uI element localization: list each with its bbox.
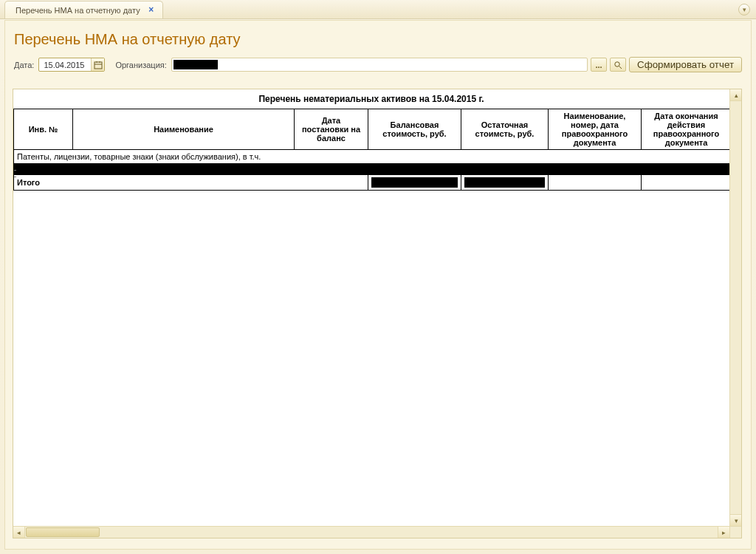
- col-date-on-balance: Дата постановки на баланс: [295, 109, 368, 150]
- category-row[interactable]: Патенты, лицензии, товарные знаки (знаки…: [14, 150, 730, 164]
- svg-point-4: [615, 61, 619, 66]
- org-search-button[interactable]: [610, 58, 626, 72]
- redacted-total-residual: [464, 177, 545, 188]
- scrollbar-horizontal[interactable]: ◂ ▸: [13, 526, 729, 538]
- generate-report-button[interactable]: Сформировать отчет: [629, 57, 742, 72]
- col-balance-cost: Балансовая стоимость, руб.: [368, 109, 461, 150]
- scroll-thumb[interactable]: [26, 527, 100, 537]
- category-cell: Патенты, лицензии, товарные знаки (знаки…: [14, 150, 730, 164]
- org-field[interactable]: [171, 58, 588, 72]
- tab-strip: Перечень НМА на отчетную дату × ▾: [0, 0, 756, 19]
- svg-line-5: [619, 66, 622, 68]
- org-picker-button[interactable]: ...: [591, 58, 607, 72]
- org-field-wrap: ...: [171, 58, 626, 72]
- total-row[interactable]: Итого: [14, 175, 730, 191]
- date-field[interactable]: [38, 58, 105, 72]
- page: Перечень НМА на отчетную дату Дата: Орга…: [4, 20, 752, 550]
- chevron-down-icon: ▾: [735, 517, 738, 524]
- col-inv: Инв. №: [14, 109, 73, 150]
- total-label: Итого: [14, 175, 368, 191]
- redacted-org: [173, 60, 218, 69]
- report-canvas[interactable]: Перечень нематериальных активов на 15.04…: [13, 89, 729, 526]
- data-row-redacted[interactable]: [14, 164, 730, 175]
- redacted-bar: [14, 164, 729, 174]
- scroll-left-button[interactable]: ◂: [13, 527, 25, 538]
- calendar-button[interactable]: [91, 58, 104, 71]
- chevron-up-icon: ▴: [735, 92, 738, 99]
- tab-report[interactable]: Перечень НМА на отчетную дату ×: [4, 1, 163, 18]
- tab-label: Перечень НМА на отчетную дату: [16, 6, 140, 15]
- row-cursor: [14, 170, 16, 177]
- col-doc-end: Дата окончания действия правоохранного д…: [642, 109, 730, 150]
- date-input[interactable]: [42, 58, 91, 71]
- org-input[interactable]: [172, 58, 587, 71]
- table-header-row: Инв. № Наименование Дата постановки на б…: [14, 109, 730, 150]
- calendar-icon: [94, 61, 103, 69]
- report-table: Инв. № Наименование Дата постановки на б…: [13, 109, 729, 191]
- ellipsis-icon: ...: [596, 61, 602, 69]
- search-icon: [614, 61, 622, 69]
- scrollbar-corner: [729, 526, 741, 538]
- org-label: Организация:: [115, 61, 166, 69]
- col-name: Наименование: [73, 109, 295, 150]
- close-icon[interactable]: ×: [146, 5, 157, 16]
- col-doc: Наименование, номер, дата правоохранного…: [549, 109, 642, 150]
- scroll-down-button[interactable]: ▾: [730, 514, 742, 526]
- date-label: Дата:: [14, 61, 34, 69]
- col-residual-cost: Остаточная стоимсть, руб.: [461, 109, 549, 150]
- scrollbar-vertical[interactable]: ▴ ▾: [729, 89, 741, 526]
- filter-bar: Дата: Организация: ...: [5, 57, 751, 78]
- page-title: Перечень НМА на отчетную дату: [5, 21, 751, 57]
- scroll-up-button[interactable]: ▴: [730, 89, 742, 101]
- redacted-total-balance: [371, 177, 458, 188]
- tabstrip-menu-button[interactable]: ▾: [738, 4, 750, 16]
- chevron-left-icon: ◂: [17, 529, 21, 536]
- chevron-down-icon: ▾: [743, 6, 746, 13]
- report-area: Перечень нематериальных активов на 15.04…: [13, 89, 742, 538]
- chevron-right-icon: ▸: [722, 529, 726, 536]
- svg-rect-0: [94, 62, 102, 69]
- report-title: Перечень нематериальных активов на 15.04…: [13, 89, 729, 109]
- scroll-right-button[interactable]: ▸: [718, 527, 729, 538]
